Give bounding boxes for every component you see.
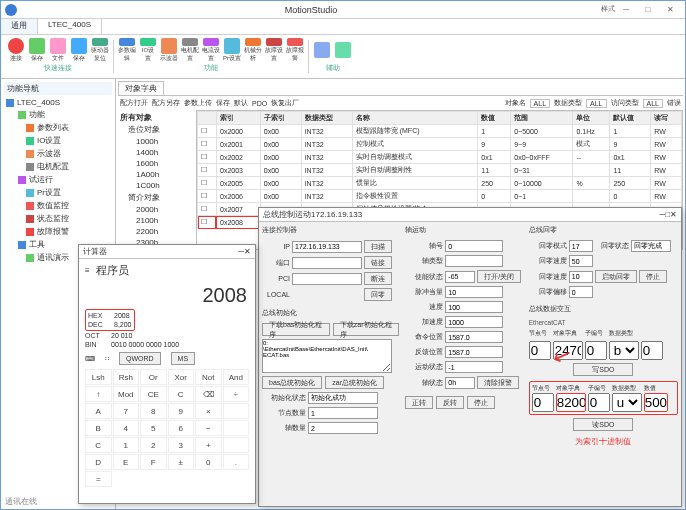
scan-btn[interactable]: 扫描 (364, 240, 392, 253)
mode-label[interactable]: 样式 (601, 5, 615, 14)
acc-input[interactable] (445, 316, 503, 328)
ip-input[interactable] (292, 241, 362, 253)
rb-save2[interactable]: 保存 (70, 38, 88, 62)
clrerr-btn[interactable]: 清除报警 (477, 376, 519, 389)
calc-dec[interactable]: 8,200 (114, 321, 132, 328)
rb-pr[interactable]: Pr设置 (223, 38, 241, 62)
filter-access[interactable]: ALL (643, 99, 663, 108)
r-dtype[interactable]: uint32 (612, 393, 642, 412)
tab-device[interactable]: LTEC_400S (38, 19, 102, 34)
calc-key[interactable]: 0 (195, 454, 222, 470)
calc-key[interactable]: 3 (168, 437, 195, 453)
calc-key[interactable]: Not (195, 369, 222, 385)
tree-io[interactable]: IO设置 (4, 134, 112, 147)
tree-trial[interactable]: 试运行 (4, 173, 112, 186)
calc-ms[interactable]: MS (171, 352, 196, 365)
circspeed[interactable] (569, 255, 593, 267)
rb-alarm[interactable]: 故障报警 (286, 38, 304, 62)
close-icon[interactable]: ✕ (659, 3, 681, 17)
fwd-btn[interactable]: 正转 (405, 396, 433, 409)
pci-input[interactable] (292, 273, 362, 285)
basinit-btn[interactable]: 下载bas初始化程序 (262, 323, 330, 336)
calc-key[interactable]: 5 (140, 420, 167, 436)
calc-key[interactable] (223, 437, 250, 453)
r-dict[interactable] (556, 393, 586, 412)
calc-key[interactable] (223, 403, 250, 419)
calc-key[interactable]: B (85, 420, 112, 436)
calc-key[interactable]: 1 (113, 437, 140, 453)
calc-key[interactable]: ⌫ (195, 386, 222, 402)
rb-file[interactable]: 文件 (49, 38, 67, 62)
tree-nummon[interactable]: 数值监控 (4, 199, 112, 212)
rb-connect[interactable]: 连接 (7, 38, 25, 62)
stop-btn[interactable]: 停止 (639, 270, 667, 283)
tab-general[interactable]: 通用 (1, 19, 38, 34)
circspeed2[interactable] (569, 271, 593, 283)
rb-fault[interactable]: 故障设置 (265, 38, 283, 62)
conn-btn[interactable]: 链接 (364, 256, 392, 269)
table-row[interactable]: ☐0x20010x00INT32控制模式99~9模式9RW (198, 138, 682, 151)
calc-key[interactable]: . (223, 454, 250, 470)
filter-dtype[interactable]: ALL (586, 99, 606, 108)
zarrominit-btn[interactable]: zar总统初始化 (325, 376, 384, 389)
hamburger-icon[interactable]: ≡ (85, 266, 90, 275)
calc-oct[interactable]: 20 010 (111, 332, 132, 339)
tree-scope[interactable]: 示波器 (4, 147, 112, 160)
table-row[interactable]: ☐0x20030x00INT32实时自动调整刚性110~3111RW (198, 164, 682, 177)
calc-mode[interactable]: 程序员 (96, 263, 129, 278)
speed-input[interactable] (445, 301, 503, 313)
filter-objname[interactable]: ALL (530, 99, 550, 108)
calc-bin[interactable]: 0010 0000 0000 1000 (111, 341, 179, 348)
axtype-input[interactable] (445, 255, 503, 267)
tree-func[interactable]: 功能 (4, 108, 112, 121)
rb-save[interactable]: 保存 (28, 38, 46, 62)
table-row[interactable]: ☐0x20000x00INT32模型跟随带宽 (MFC)10~50000.1Hz… (198, 125, 682, 138)
calc-key[interactable]: C (85, 437, 112, 453)
calc-key[interactable]: ↑ (85, 386, 112, 402)
readsdo-btn[interactable]: 读SDO (573, 418, 633, 431)
calc-key[interactable]: Mod (113, 386, 140, 402)
circmode[interactable] (569, 240, 593, 252)
calc-key[interactable]: And (223, 369, 250, 385)
calc-qword[interactable]: QWORD (119, 352, 161, 365)
startcirc-btn[interactable]: 启动回零 (595, 270, 637, 283)
writesdo-btn[interactable]: 写SDO (573, 363, 633, 376)
rb-param[interactable]: 参数编辑 (118, 38, 136, 62)
onoff-btn[interactable]: 打开/关闭 (477, 270, 521, 283)
calc-hex[interactable]: 2008 (114, 312, 130, 319)
calc-key[interactable]: 4 (113, 420, 140, 436)
rb-io[interactable]: IO设置 (139, 38, 157, 62)
tree-pr[interactable]: Pr设置 (4, 186, 112, 199)
calc-key[interactable]: C (168, 386, 195, 402)
calc-key[interactable] (223, 420, 250, 436)
calc-key[interactable]: ± (168, 454, 195, 470)
stop2-btn[interactable]: 停止 (467, 396, 495, 409)
tree-device[interactable]: LTEC_400S (4, 97, 112, 108)
rb-mech[interactable]: 机械分析 (244, 38, 262, 62)
zarinit-btn[interactable]: 下载zar初始化程序 (333, 323, 399, 336)
close-icon[interactable]: ✕ (670, 210, 677, 219)
units-input[interactable] (445, 286, 503, 298)
calc-key[interactable]: Lsh (85, 369, 112, 385)
calc-key[interactable]: 7 (113, 403, 140, 419)
circoff[interactable] (569, 286, 593, 298)
calc-key[interactable]: − (195, 420, 222, 436)
calc-key[interactable]: D (85, 454, 112, 470)
port-input[interactable] (292, 257, 362, 269)
calc-key[interactable]: A (85, 403, 112, 419)
tree-motor[interactable]: 电机配置 (4, 160, 112, 173)
rst-btn[interactable]: 回零 (364, 288, 392, 301)
table-row[interactable]: ☐0x20050x00INT32惯量比2500~10000%250RW (198, 177, 682, 190)
calc-key[interactable]: × (195, 403, 222, 419)
rb-current[interactable]: 电流设置 (202, 38, 220, 62)
tree-falarm[interactable]: 故障报警 (4, 225, 112, 238)
calc-key[interactable]: 2 (140, 437, 167, 453)
table-row[interactable]: ☐0x20020x00INT32实时自动调整模式0x10x0~0xFFF--0x… (198, 151, 682, 164)
rb-aux1[interactable] (313, 38, 331, 62)
calc-key[interactable]: CE (140, 386, 167, 402)
basrominit-btn[interactable]: bas总统初始化 (262, 376, 322, 389)
keypad-icon[interactable]: ⌨ (85, 355, 95, 363)
r-node[interactable] (532, 393, 554, 412)
maximize-icon[interactable]: □ (637, 3, 659, 17)
rb-aux2[interactable] (334, 38, 352, 62)
